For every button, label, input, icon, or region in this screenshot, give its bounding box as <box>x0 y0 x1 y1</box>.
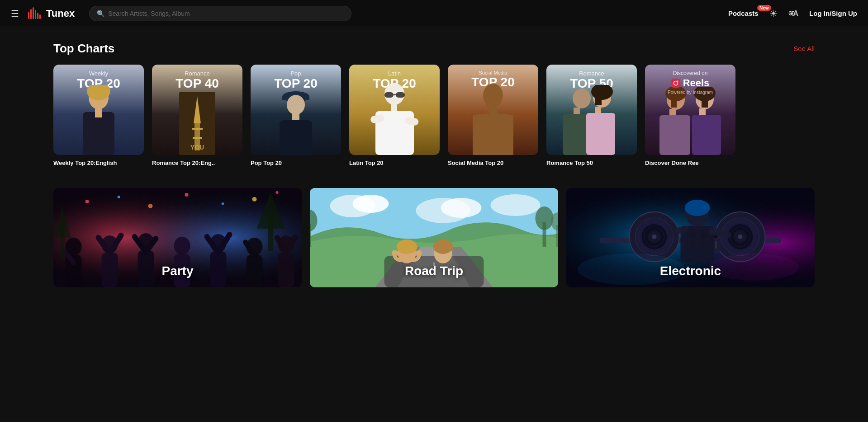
svg-point-118 <box>652 234 657 239</box>
chart-category-weekly: Weekly <box>53 70 144 77</box>
svg-text:YOU: YOU <box>190 144 204 151</box>
chart-label-romance40: Romance Top 20:Eng.. <box>152 159 242 166</box>
svg-rect-53 <box>692 115 721 155</box>
svg-rect-14 <box>192 128 203 130</box>
svg-rect-34 <box>574 108 580 115</box>
genre-card-roadtrip[interactable]: Road Trip <box>310 188 558 287</box>
svg-rect-20 <box>292 114 299 121</box>
logo-area[interactable]: Tunex <box>26 5 75 22</box>
svg-rect-26 <box>391 104 397 112</box>
svg-point-107 <box>536 206 554 230</box>
electronic-label: Electronic <box>566 264 815 278</box>
roadtrip-label: Road Trip <box>310 264 558 278</box>
chart-card-weekly[interactable]: Weekly TOP 20 Weekly Top 20:English <box>53 65 144 166</box>
top-charts-header: Top Charts See All <box>53 42 815 56</box>
reels-discovered-text: Discovered on <box>645 70 735 76</box>
svg-rect-4 <box>35 10 36 19</box>
charts-grid: Weekly TOP 20 Weekly Top 20:English <box>53 65 815 166</box>
svg-rect-5 <box>37 13 38 19</box>
svg-point-61 <box>222 202 224 205</box>
svg-rect-24 <box>396 92 405 98</box>
svg-point-125 <box>738 234 743 239</box>
svg-point-58 <box>118 196 120 198</box>
svg-rect-6 <box>39 14 41 19</box>
genre-card-party[interactable]: Party <box>53 188 302 287</box>
svg-point-63 <box>276 191 279 194</box>
chart-label-reels: Discover Done Ree <box>645 159 735 166</box>
podcasts-label: Podcasts <box>728 9 759 17</box>
search-bar[interactable]: 🔍 <box>89 6 351 21</box>
genre-card-electronic[interactable]: Electronic <box>566 188 815 287</box>
svg-point-60 <box>185 193 189 197</box>
svg-rect-2 <box>30 9 32 19</box>
reels-figure <box>650 87 731 155</box>
svg-point-103 <box>433 239 453 254</box>
see-all-button[interactable]: See All <box>793 45 815 52</box>
svg-rect-39 <box>595 107 601 114</box>
pop-figure <box>271 85 320 155</box>
svg-point-101 <box>397 239 417 254</box>
svg-rect-23 <box>384 92 394 98</box>
chart-category-romance40: Romance <box>152 70 242 77</box>
party-label: Party <box>53 264 302 278</box>
chart-label-social: Social Media Top 20 <box>448 159 538 166</box>
svg-rect-41 <box>671 79 680 88</box>
svg-point-97 <box>491 194 541 216</box>
social-figure <box>463 83 524 155</box>
svg-point-57 <box>85 200 89 203</box>
search-icon: 🔍 <box>97 10 104 17</box>
reels-title-text: Reels <box>683 77 710 89</box>
chart-card-romance50[interactable]: Romance TOP 50 Rom <box>546 65 637 166</box>
navbar: ☰ Tunex 🔍 Podcasts New ☀ अA Log In/Sign … <box>0 0 868 27</box>
chart-card-latin[interactable]: Latin TOP 20 <box>349 65 440 166</box>
login-button[interactable]: Log In/Sign Up <box>809 9 857 17</box>
svg-rect-48 <box>659 115 690 155</box>
main-content: Top Charts See All Weekly TOP 20 <box>0 27 868 302</box>
podcasts-button[interactable]: Podcasts New <box>728 9 759 17</box>
romance50-figure <box>550 85 634 155</box>
instagram-icon <box>671 79 680 88</box>
search-input[interactable] <box>108 10 344 17</box>
svg-point-19 <box>287 95 305 115</box>
svg-rect-38 <box>595 91 602 105</box>
logo-text: Tunex <box>46 8 75 19</box>
svg-rect-25 <box>394 94 396 95</box>
menu-icon[interactable]: ☰ <box>11 8 19 19</box>
romance40-figure: YOU <box>175 92 220 155</box>
svg-point-59 <box>148 204 153 208</box>
svg-point-94 <box>353 195 389 213</box>
weekly-figure <box>74 85 123 155</box>
svg-rect-135 <box>716 241 717 249</box>
svg-point-43 <box>677 80 678 81</box>
chart-card-reels[interactable]: Discovered on <box>645 65 735 166</box>
nav-right: Podcasts New ☀ अA Log In/Sign Up <box>728 8 857 19</box>
svg-rect-15 <box>193 137 202 139</box>
svg-rect-10 <box>95 108 102 117</box>
svg-point-96 <box>441 198 482 218</box>
chart-category-latin: Latin <box>349 70 440 77</box>
chart-label-latin: Latin Top 20 <box>349 159 440 166</box>
chart-card-pop[interactable]: Pop TOP 20 Pop Top 20 <box>251 65 341 166</box>
chart-rank-romance40: TOP 40 <box>152 77 242 91</box>
language-icon[interactable]: अA <box>788 9 799 18</box>
chart-label-pop: Pop Top 20 <box>251 159 341 166</box>
svg-rect-52 <box>699 108 706 116</box>
genre-section: Party <box>53 188 815 287</box>
svg-rect-47 <box>669 109 676 116</box>
svg-rect-3 <box>33 7 34 19</box>
chart-label-weekly: Weekly Top 20:English <box>53 159 144 166</box>
chart-label-romance50: Romance Top 50 <box>546 159 637 166</box>
svg-point-33 <box>573 89 591 108</box>
svg-rect-9 <box>83 112 114 155</box>
svg-rect-40 <box>586 113 615 155</box>
logo-icon <box>26 5 43 22</box>
reels-powered-text: Powered by Instagram <box>645 90 735 95</box>
chart-card-social[interactable]: Social Media TOP 20 Social Media Top 20 <box>448 65 538 166</box>
latin-figure <box>366 80 423 155</box>
svg-point-140 <box>685 200 710 216</box>
chart-card-romance40[interactable]: Romance TOP 40 YOU Romance Top 20:Eng.. <box>152 65 242 166</box>
chart-category-romance50: Romance <box>546 70 637 77</box>
top-charts-title: Top Charts <box>53 42 114 56</box>
svg-point-62 <box>252 197 257 202</box>
svg-point-75 <box>174 237 190 255</box>
